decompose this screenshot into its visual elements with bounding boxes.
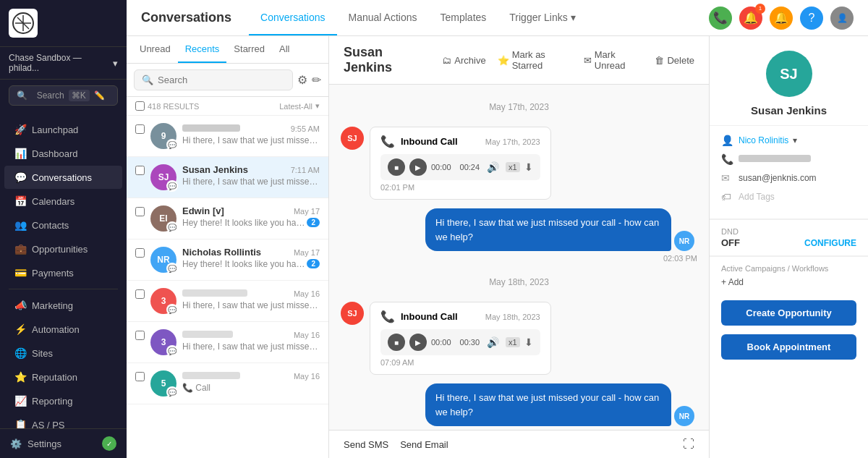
list-item[interactable]: EI 💬 Edwin [v] May 17 Hey there! It look… (127, 198, 328, 239)
create-opportunity-button[interactable]: Create Opportunity (721, 300, 856, 326)
conversation-checkbox[interactable] (135, 248, 145, 258)
chat-contact-name: Susan Jenkins (344, 45, 430, 75)
list-item[interactable]: 9 💬 9:55 AM Hi there, I saw that we just… (127, 116, 328, 157)
sidebar-item-opportunities[interactable]: 💼 Opportunities (4, 237, 122, 260)
call-label: Inbound Call (401, 311, 458, 322)
contact-card: SJ Susan Jenkins (710, 36, 868, 126)
download-icon[interactable]: ⬇ (524, 336, 533, 348)
playback-speed[interactable]: x1 (506, 337, 520, 347)
sidebar-search-box[interactable]: 🔍 Search ⌘K ✏️ (9, 85, 118, 106)
tab-manual-actions[interactable]: Manual Actions (337, 0, 429, 35)
sidebar-item-payments[interactable]: 💳 Payments (4, 261, 122, 284)
sidebar-item-label: AS / PS (32, 420, 65, 429)
conversations-panel: Unread Recents Starred All 🔍 ⚙ ✏ (127, 36, 329, 458)
dnd-label: DND (721, 227, 856, 236)
top-nav-right: 📞 🔔 1 🔔 ? 👤 (709, 7, 854, 30)
sidebar-item-dashboard[interactable]: 📊 Dashboard (4, 142, 122, 165)
conversation-search-box[interactable]: 🔍 (134, 69, 293, 90)
select-all-checkbox[interactable] (135, 101, 145, 111)
chat-footer-actions: Send SMS Send Email (344, 439, 448, 450)
search-icon: 🔍 (142, 75, 153, 85)
tags-placeholder[interactable]: Add Tags (739, 192, 775, 202)
phone-button[interactable]: 📞 (709, 7, 732, 30)
volume-button[interactable]: 🔊 (484, 334, 501, 351)
assignee-row: 👤 Nico Rolinitis ▾ (721, 135, 856, 146)
conversation-checkbox[interactable] (135, 289, 145, 299)
list-item[interactable]: SJ 💬 Susan Jenkins 7:11 AM Hi there, I s… (127, 157, 328, 198)
search-input[interactable] (158, 75, 285, 85)
tab-all[interactable]: All (272, 36, 297, 63)
expand-icon[interactable]: ⛶ (683, 438, 694, 451)
volume-button[interactable]: 🔊 (484, 158, 501, 176)
filter-icon[interactable]: ⚙ (297, 73, 307, 87)
conversation-search-area: 🔍 ⚙ ✏ (127, 64, 328, 97)
sidebar-item-marketing[interactable]: 📣 Marketing (4, 294, 122, 317)
mark-unread-button[interactable]: ✉ Mark Unread (584, 49, 644, 71)
list-item[interactable]: 3 💬 May 16 Hi there, I saw that we just … (127, 322, 328, 363)
results-bar: 418 RESULTS Latest-All ▾ (127, 97, 328, 116)
tags-row[interactable]: 🏷 Add Tags (721, 191, 856, 203)
tab-templates[interactable]: Templates (429, 0, 498, 35)
conversation-checkbox[interactable] (135, 331, 145, 340)
add-campaign-button[interactable]: + Add (721, 277, 856, 287)
tab-conversations[interactable]: Conversations (249, 0, 337, 35)
message-item: SJ 📞 Inbound Call May 18th, 2023 ■ ▶ 00:… (341, 302, 697, 375)
sidebar-item-label: Opportunities (32, 244, 88, 255)
sidebar-nav: 🚀 Launchpad 📊 Dashboard 💬 Conversations … (0, 111, 127, 428)
send-sms-button[interactable]: Send SMS (344, 439, 388, 450)
conversation-content: Susan Jenkins 7:11 AM Hi there, I saw th… (182, 164, 320, 187)
delete-button[interactable]: 🗑 Delete (655, 49, 694, 71)
message-item: Hi there, I saw that we just missed your… (341, 208, 697, 263)
sidebar-item-calendars[interactable]: 📅 Calendars (4, 190, 122, 213)
list-item[interactable]: 3 💬 May 16 Hi there, I saw that we just … (127, 281, 328, 322)
tab-unread[interactable]: Unread (132, 36, 178, 63)
help-button[interactable]: ? (800, 7, 823, 30)
user-avatar[interactable]: 👤 (830, 7, 854, 30)
new-icon: ✏️ (94, 90, 110, 101)
sidebar-item-contacts[interactable]: 👥 Contacts (4, 213, 122, 237)
sidebar-item-conversations[interactable]: 💬 Conversations (4, 166, 122, 189)
opportunities-icon: 💼 (14, 243, 26, 255)
play-button[interactable]: ▶ (409, 334, 427, 351)
download-icon[interactable]: ⬇ (524, 161, 533, 173)
sidebar-item-settings[interactable]: ⚙️ Settings (10, 438, 61, 449)
conversation-checkbox[interactable] (135, 207, 145, 216)
alert-button[interactable]: 🔔 (770, 7, 793, 30)
sidebar-logo-area (0, 0, 127, 47)
assignee-selector[interactable]: Nico Rolinitis ▾ (739, 135, 797, 145)
list-item[interactable]: NR 💬 Nicholas Rollintis May 17 Hey there… (127, 239, 328, 281)
archive-button[interactable]: 🗂 Archive (442, 49, 485, 71)
stop-button[interactable]: ■ (388, 334, 405, 351)
status-indicator[interactable]: ✓ (102, 436, 116, 451)
edit-icon[interactable]: ✏ (312, 73, 321, 87)
sidebar-item-as-ps[interactable]: 📋 AS / PS (4, 413, 122, 428)
sidebar-item-automation[interactable]: ⚡ Automation (4, 318, 122, 341)
mark-starred-button[interactable]: ⭐ Mark as Starred (498, 49, 572, 71)
list-item[interactable]: 5 💬 May 16 📞 Call (127, 363, 328, 404)
conversation-checkbox[interactable] (135, 124, 145, 134)
filter-dropdown[interactable]: Latest-All ▾ (279, 101, 320, 111)
audio-player: ■ ▶ 00:00 00:24 🔊 x1 ⬇ (380, 154, 540, 180)
tab-starred[interactable]: Starred (226, 36, 272, 63)
send-email-button[interactable]: Send Email (400, 439, 448, 450)
tab-trigger-links[interactable]: Trigger Links ▾ (498, 0, 587, 35)
playback-speed[interactable]: x1 (506, 162, 520, 172)
tab-recents[interactable]: Recents (178, 36, 227, 63)
account-switcher[interactable]: Chase Sandbox — philad... ▾ (0, 47, 127, 80)
sidebar-item-reputation[interactable]: ⭐ Reputation (4, 365, 122, 389)
sidebar-item-launchpad[interactable]: 🚀 Launchpad (4, 118, 122, 141)
chat-header: Susan Jenkins 🗂 Archive ⭐ Mark as Starre… (329, 36, 709, 85)
conversation-checkbox[interactable] (135, 166, 145, 175)
campaigns-label: Active Campaigns / Workflows (721, 264, 856, 273)
sidebar-item-sites[interactable]: 🌐 Sites (4, 342, 122, 365)
sidebar-item-reporting[interactable]: 📈 Reporting (4, 389, 122, 412)
message-type-badge: 💬 (166, 304, 178, 315)
conversation-checkbox[interactable] (135, 372, 145, 381)
stop-button[interactable]: ■ (388, 158, 405, 176)
notification-button[interactable]: 🔔 1 (739, 7, 762, 30)
configure-button[interactable]: CONFIGURE (804, 238, 856, 248)
chat-footer: Send SMS Send Email ⛶ (329, 430, 709, 458)
book-appointment-button[interactable]: Book Appointment (721, 334, 856, 360)
sidebar-item-label: Payments (32, 268, 74, 279)
play-button[interactable]: ▶ (409, 158, 427, 176)
